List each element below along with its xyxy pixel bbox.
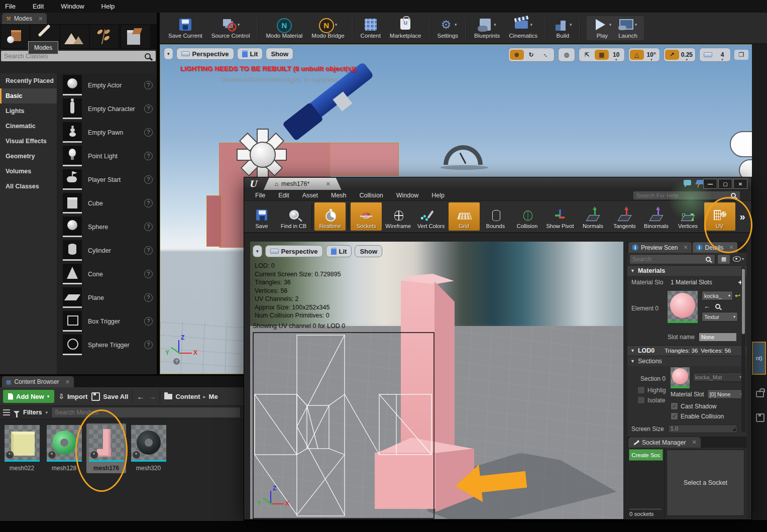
- lod0-section-header[interactable]: ▼LOD0 Triangles: 36 Vertices: 56: [627, 345, 746, 356]
- texture-type-dropdown[interactable]: Textur▾: [702, 312, 738, 322]
- find-in-cb-button[interactable]: Find in CB: [278, 202, 309, 231]
- surface-snap-button[interactable]: ⇱: [580, 50, 594, 60]
- viewport-options-dropdown[interactable]: ▾: [253, 245, 262, 257]
- details-tab[interactable]: i Details ✕: [693, 242, 737, 253]
- source-control-button[interactable]: ▾ Source Control: [208, 16, 254, 40]
- list-item-cone[interactable]: Cone ?: [57, 262, 157, 286]
- list-item-player-start[interactable]: Player Start ?: [57, 168, 157, 191]
- show-pivot-toggle-button[interactable]: Show Pivot: [543, 202, 577, 231]
- scale-tool-button[interactable]: ↔: [537, 46, 555, 63]
- close-button[interactable]: ✕: [733, 179, 747, 189]
- search-assets-input[interactable]: [52, 409, 240, 416]
- forward-button[interactable]: →: [148, 392, 156, 401]
- help-icon[interactable]: ?: [144, 246, 153, 255]
- tab-close-icon[interactable]: ✕: [325, 181, 330, 187]
- create-socket-button[interactable]: Create Soc: [629, 449, 663, 461]
- normals-toggle-button[interactable]: Normals: [578, 202, 609, 231]
- menu-window[interactable]: Window: [61, 3, 84, 10]
- save-icon[interactable]: [756, 413, 764, 422]
- grid-toggle-button[interactable]: Grid: [449, 202, 480, 231]
- isolate-checkbox[interactable]: [637, 396, 645, 404]
- slot-name-input[interactable]: None: [699, 333, 737, 342]
- vertices-toggle-button[interactable]: Vertices: [673, 202, 704, 231]
- cast-shadow-checkbox[interactable]: ✓: [671, 402, 678, 410]
- highlight-checkbox[interactable]: [637, 386, 645, 394]
- socket-manager-tab[interactable]: Socket Manager ✕: [628, 437, 701, 448]
- help-icon[interactable]: ?: [144, 81, 153, 89]
- settings-button[interactable]: ⚙▾ Settings: [434, 16, 462, 40]
- preview-scene-tab[interactable]: i Preview Scen ✕: [628, 242, 692, 253]
- menu-mesh[interactable]: Mesh: [331, 192, 347, 199]
- geometry-mode-button[interactable]: [121, 25, 150, 48]
- category-visual-effects[interactable]: Visual Effects: [0, 134, 57, 149]
- category-cinematic[interactable]: Cinematic: [0, 119, 57, 134]
- display-filter-button[interactable]: ▾: [732, 255, 744, 264]
- category-volumes[interactable]: Volumes: [0, 164, 57, 179]
- scale-snap-toggle[interactable]: ↗: [665, 50, 679, 60]
- tab-close-icon[interactable]: ✕: [729, 244, 733, 251]
- breadcrumb-content[interactable]: Content: [175, 393, 200, 400]
- materials-section-header[interactable]: ▼Materials: [627, 265, 746, 276]
- material-slot-dropdown[interactable]: [0] None▾: [707, 389, 745, 399]
- back-button[interactable]: ←: [137, 392, 144, 401]
- content-browser-tab[interactable]: ▦ Content Browser ✕: [2, 376, 74, 387]
- screen-size-input[interactable]: 1.0 ◢: [668, 424, 737, 433]
- modes-tab-close-icon[interactable]: ✕: [38, 16, 43, 22]
- scale-snap-value[interactable]: 0.25▾: [680, 50, 694, 60]
- binormals-toggle-button[interactable]: Binormals: [641, 202, 672, 231]
- search-classes-input[interactable]: [1, 53, 145, 60]
- content-button[interactable]: Content: [357, 16, 384, 40]
- help-icon[interactable]: ?: [144, 128, 153, 137]
- enable-collision-checkbox[interactable]: ✓: [671, 412, 678, 420]
- list-item-plane[interactable]: Plane ?: [57, 286, 157, 309]
- add-new-button[interactable]: Add New ▾: [3, 390, 54, 403]
- material-sphere-thumbnail[interactable]: [668, 291, 698, 323]
- list-item-box-trigger[interactable]: Box Trigger ?: [57, 309, 157, 333]
- rotate-tool-button[interactable]: ↻: [524, 50, 538, 60]
- maximize-viewport-button[interactable]: ❐: [734, 50, 748, 60]
- list-item-cube[interactable]: Cube ?: [57, 191, 157, 215]
- mesh-preview-viewport[interactable]: ▾ Perspective Lit Show LOD: 0 Current Sc…: [250, 242, 623, 519]
- menu-edit[interactable]: Edit: [33, 3, 44, 10]
- list-item-empty-character[interactable]: Empty Character ?: [57, 97, 157, 121]
- wireframe-toggle-button[interactable]: Wireframe: [382, 202, 414, 231]
- help-icon[interactable]: ?: [144, 270, 153, 278]
- minimize-button[interactable]: —: [703, 179, 717, 189]
- asset-mesh128[interactable]: * mesh128: [44, 423, 84, 473]
- help-icon[interactable]: ?: [144, 341, 153, 349]
- play-button[interactable]: ▾ Play: [590, 16, 615, 40]
- breadcrumb-meshes[interactable]: Me: [209, 393, 218, 400]
- help-search-input[interactable]: [633, 192, 731, 198]
- category-all-classes[interactable]: All Classes: [0, 179, 57, 194]
- save-current-button[interactable]: Save Current: [165, 16, 206, 40]
- camera-speed-value[interactable]: 4▾: [715, 50, 729, 60]
- list-item-cylinder[interactable]: Cylinder ?: [57, 239, 157, 262]
- save-button[interactable]: Save: [246, 202, 277, 231]
- feedback-bubble-icon[interactable]: [684, 180, 691, 185]
- content-browser-tab-close-icon[interactable]: ✕: [65, 379, 70, 385]
- realtime-toggle-button[interactable]: Realtime: [314, 202, 346, 231]
- rotation-snap-value[interactable]: 10°▾: [644, 50, 659, 60]
- lit-button[interactable]: Lit: [237, 48, 263, 60]
- menu-file[interactable]: File: [5, 3, 16, 10]
- maximize-button[interactable]: ▢: [718, 179, 732, 189]
- bounds-toggle-button[interactable]: Bounds: [480, 202, 511, 231]
- window-titlebar[interactable]: U ⌂ mesh176* ✕ — ▢ ✕: [244, 177, 751, 190]
- help-icon[interactable]: ?: [144, 293, 153, 302]
- help-icon[interactable]: ?: [144, 317, 153, 326]
- help-icon[interactable]: ?: [144, 175, 153, 184]
- asset-mesh022[interactable]: * mesh022: [2, 423, 42, 473]
- rotation-snap-toggle[interactable]: △: [630, 50, 644, 60]
- landscape-mode-button[interactable]: [60, 25, 89, 48]
- list-item-sphere[interactable]: Sphere ?: [57, 215, 157, 239]
- modo-bridge-button[interactable]: N▾ Modo Bridge: [308, 16, 348, 40]
- category-geometry[interactable]: Geometry: [0, 149, 57, 164]
- grid-snap-toggle[interactable]: ▦: [595, 50, 609, 60]
- import-button[interactable]: ⇩ Import: [58, 392, 87, 400]
- tab-close-icon[interactable]: ✕: [692, 439, 696, 446]
- help-icon[interactable]: ?: [173, 358, 180, 365]
- list-item-empty-actor[interactable]: Empty Actor ?: [57, 73, 157, 97]
- perspective-button[interactable]: Perspective: [176, 48, 234, 60]
- category-recently-placed[interactable]: Recently Placed: [0, 73, 57, 88]
- modo-material-button[interactable]: N Modo Material: [262, 16, 306, 40]
